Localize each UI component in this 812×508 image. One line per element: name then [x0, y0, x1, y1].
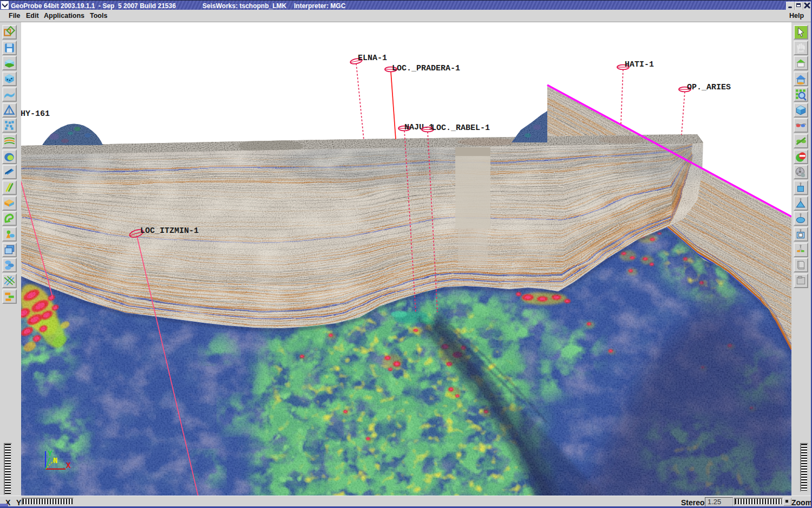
svg-text:HATI-1: HATI-1 [625, 60, 654, 69]
svg-text:LOC._RABEL-1: LOC._RABEL-1 [431, 123, 490, 133]
svg-text:Y: Y [48, 450, 53, 458]
svg-text:LOC._PRADERA-1: LOC._PRADERA-1 [392, 64, 460, 73]
svg-text:LOC_ITZMIN-1: LOC_ITZMIN-1 [140, 226, 199, 236]
svg-text:ELNA-1: ELNA-1 [358, 54, 387, 63]
svg-text:X: X [66, 461, 71, 470]
svg-text:OP._ARIES: OP._ARIES [687, 83, 731, 92]
svg-text:HY-161: HY-161 [21, 109, 50, 119]
svg-text:N: N [53, 457, 57, 465]
